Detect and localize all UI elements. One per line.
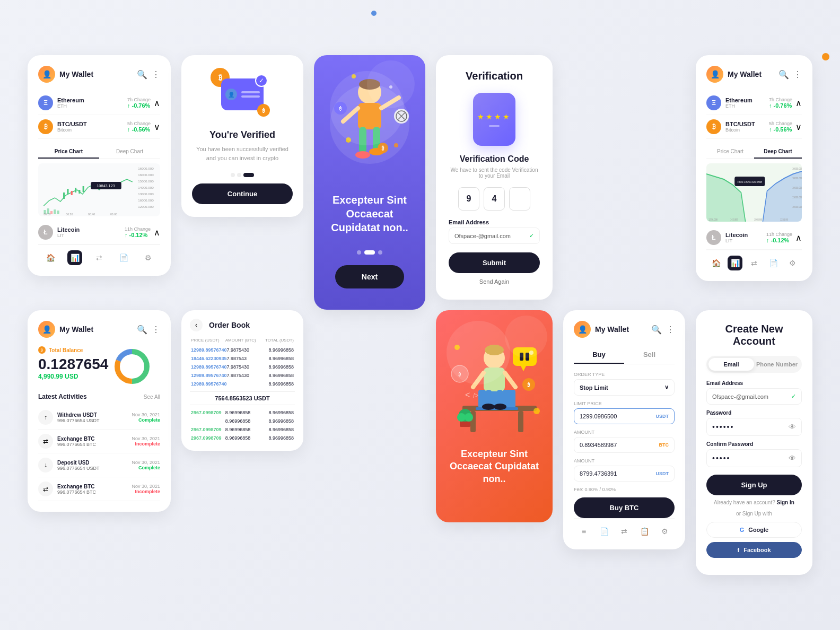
card-header: 👤 My Wallet 🔍 ⋮ <box>574 321 675 338</box>
limit-price-input[interactable]: 1299.0986500 USDT <box>574 408 675 424</box>
crypto-row-ltc[interactable]: Ł Litecoin LIT 11h Change ↑ -0.12% ∧ <box>706 226 802 250</box>
amount: 7.987543 <box>227 356 260 361</box>
confirm-password-field[interactable]: ••••• 👁 <box>706 449 802 467</box>
amount: 7.9875430 <box>227 347 260 353</box>
crypto-right: 11h Change ↑ -0.12% ∧ <box>766 232 802 243</box>
more-icon[interactable]: ⋮ <box>793 69 802 80</box>
deep-chart: Price 18750.3204898 1276,098 142.987 198… <box>706 163 802 222</box>
search-icon[interactable]: 🔍 <box>137 325 147 335</box>
crypto-row-eth[interactable]: Ξ Ethereum ETH 7h Change ↑ -0.76% ∧ <box>706 91 802 115</box>
more-icon[interactable]: ⋮ <box>152 325 160 335</box>
chart-nav[interactable]: 📊 <box>728 256 742 270</box>
or-text: or Sign Up with <box>706 511 802 517</box>
total: 8.96996858 <box>259 427 294 432</box>
activity-details: Deposit USD 996.0776654 USDT <box>57 460 100 471</box>
signin-link[interactable]: Sign In <box>777 500 794 505</box>
google-label: Google <box>748 527 768 533</box>
svg-text:06:60: 06:60 <box>110 213 117 216</box>
deep-chart-tab[interactable]: Deep Chart <box>754 145 802 159</box>
price-chart: 16000.000 16000.000 15000.000 14000.000 … <box>38 163 160 216</box>
settings-nav[interactable]: ⚙ <box>785 256 800 270</box>
email-field[interactable]: Ofspace-@gmail.com ✓ <box>706 388 802 405</box>
crypto-info: Ł Litecoin LIT <box>38 225 80 240</box>
activity-right: Nov 30, 2021 Incomplete <box>132 484 160 494</box>
price-chart-tab[interactable]: Price Chart <box>38 145 99 159</box>
home-nav[interactable]: 🏠 <box>43 250 58 265</box>
back-button[interactable]: ‹ <box>190 319 203 331</box>
deep-chart-tab[interactable]: Deep Chart <box>99 145 160 159</box>
swap-nav[interactable]: ⇄ <box>92 250 107 265</box>
code-digit-2[interactable]: 4 <box>484 187 505 211</box>
password-field[interactable]: •••••• 👁 <box>706 418 802 436</box>
settings-nav[interactable]: ⚙ <box>141 250 155 265</box>
settings-nav[interactable]: ⚙ <box>657 524 672 539</box>
dot <box>237 173 241 177</box>
see-all-link[interactable]: See All <box>144 394 160 400</box>
svg-text:<: < <box>465 390 470 399</box>
price: 2967.0998709 <box>191 435 225 441</box>
doc-nav[interactable]: 📄 <box>116 250 131 265</box>
email-toggle[interactable]: Email <box>708 358 754 371</box>
dot-1 <box>357 250 361 255</box>
facebook-button[interactable]: f Facebook <box>706 542 802 558</box>
change-info: 11h Change ↑ -0.12% <box>125 226 151 238</box>
progress-dots <box>192 173 293 177</box>
activity-date: Nov 30, 2021 <box>132 412 160 417</box>
price-chart-tab[interactable]: Price Chart <box>706 145 754 159</box>
signup-button[interactable]: Sign Up <box>706 475 802 495</box>
chart-nav[interactable]: 📊 <box>67 250 82 265</box>
doc-nav[interactable]: 📄 <box>597 524 611 539</box>
eye-icon[interactable]: 👁 <box>789 423 796 431</box>
amount-label-1: AMOUNT <box>574 430 675 435</box>
buy-tab[interactable]: Buy <box>574 346 624 364</box>
activity-icon: ⇄ <box>38 482 53 496</box>
swap-nav[interactable]: ⇄ <box>617 524 632 539</box>
doc2-nav[interactable]: 📋 <box>637 524 652 539</box>
price: 18446.62230935 <box>191 356 227 361</box>
more-icon[interactable]: ⋮ <box>152 69 160 80</box>
activity-name: Deposit USD <box>57 460 100 466</box>
amount-1-input[interactable]: 0.8934589987 BTC <box>574 437 675 453</box>
verification-title: Verification <box>449 70 540 82</box>
buy-button[interactable]: Buy BTC <box>574 497 675 518</box>
crypto-row-btc[interactable]: ₿ BTC/USDT Bitcoin 5h Change ↑ -0.56% ∨ <box>706 115 802 139</box>
svg-rect-15 <box>75 188 76 192</box>
eye-icon-2[interactable]: 👁 <box>789 454 796 462</box>
send-again-link[interactable]: Send Again <box>449 278 540 285</box>
crypto-row-btc[interactable]: ₿ BTC/USDT Bitcoin 5h Change ↑ -0.56% ∨ <box>38 115 160 139</box>
btc-icon: ₿ <box>38 119 53 134</box>
svg-rect-72 <box>496 390 503 406</box>
svg-text:18000.000: 18000.000 <box>792 177 802 180</box>
doc-nav[interactable]: 📄 <box>766 256 781 270</box>
continue-button[interactable]: Continue <box>192 183 293 204</box>
next-button[interactable]: Next <box>335 265 404 288</box>
search-icon[interactable]: 🔍 <box>651 325 662 335</box>
table-nav[interactable]: ≡ <box>576 524 591 539</box>
svg-text:16000.000: 16000.000 <box>792 206 802 208</box>
phone-toggle[interactable]: Phone Number <box>754 358 800 371</box>
swap-nav[interactable]: ⇄ <box>747 256 762 270</box>
crypto-info: ₿ BTC/USDT Bitcoin <box>38 119 87 134</box>
amount: 8.96996858 <box>225 410 260 415</box>
limit-price-group: LIMIT PRICE 1299.0986500 USDT <box>574 401 675 424</box>
order-type-select[interactable]: Stop Limit ∨ <box>574 379 675 396</box>
svg-text:16000.000: 16000.000 <box>138 167 154 170</box>
total: 8.96996858 <box>260 356 294 361</box>
submit-button[interactable]: Submit <box>449 252 540 273</box>
search-icon[interactable]: 🔍 <box>137 69 147 80</box>
activity-details: Exchange BTC 996.0776654 BTC <box>57 436 96 447</box>
code-digit-3[interactable] <box>509 187 530 211</box>
amount-2-input[interactable]: 8799.4736391 USDT <box>574 466 675 482</box>
home-nav[interactable]: 🏠 <box>708 256 723 270</box>
google-button[interactable]: G Google <box>706 522 802 538</box>
code-digit-1[interactable]: 9 <box>458 187 479 211</box>
more-icon[interactable]: ⋮ <box>666 325 675 335</box>
price <box>191 418 225 424</box>
crypto-row-eth[interactable]: Ξ Ethereum ETH 7h Change ↑ -0.76% ∧ <box>38 91 160 115</box>
crypto-row-ltc[interactable]: Ł Litecoin LIT 11h Change ↑ -0.12% ∧ <box>38 221 160 244</box>
verified-title: You're Verified <box>192 129 293 141</box>
dot <box>231 173 235 177</box>
limit-price-value: 1299.0986500 <box>580 413 617 419</box>
sell-tab[interactable]: Sell <box>624 346 675 364</box>
search-icon[interactable]: 🔍 <box>778 69 789 80</box>
